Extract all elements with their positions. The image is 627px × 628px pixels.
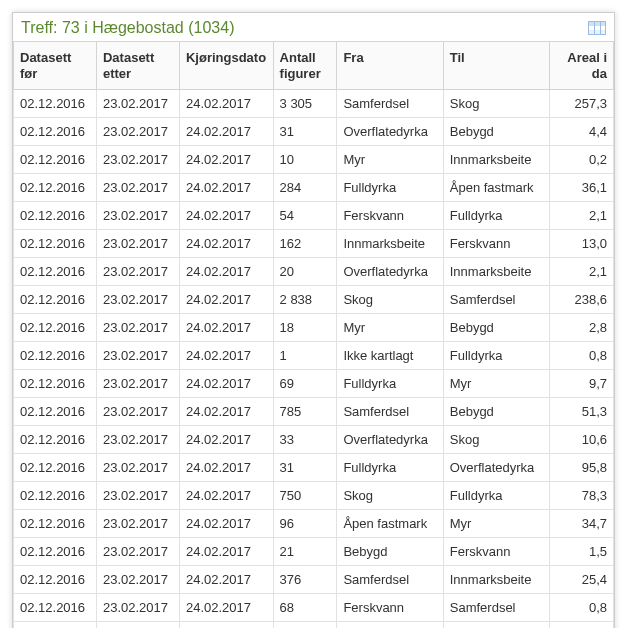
column-header-datasett_etter[interactable]: Datasett etter	[96, 42, 179, 90]
cell-antall_figurer: 68	[273, 594, 337, 622]
cell-til: Innmarksbeite	[443, 146, 549, 174]
table-row[interactable]: 02.12.201623.02.201724.02.2017162Innmark…	[14, 230, 614, 258]
cell-antall_figurer: 200	[273, 622, 337, 628]
table-row[interactable]: 02.12.201623.02.201724.02.2017200MyrSkog…	[14, 622, 614, 628]
cell-datasett_for: 02.12.2016	[14, 622, 97, 628]
cell-datasett_for: 02.12.2016	[14, 90, 97, 118]
table-row[interactable]: 02.12.201623.02.201724.02.201720Overflat…	[14, 258, 614, 286]
cell-fra: Fulldyrka	[337, 454, 443, 482]
cell-til: Fulldyrka	[443, 202, 549, 230]
cell-areal_i_da: 10,6	[550, 426, 614, 454]
cell-til: Fulldyrka	[443, 342, 549, 370]
cell-til: Bebygd	[443, 314, 549, 342]
cell-datasett_etter: 23.02.2017	[96, 174, 179, 202]
cell-fra: Fulldyrka	[337, 174, 443, 202]
cell-kjoringsdato: 24.02.2017	[179, 510, 273, 538]
cell-kjoringsdato: 24.02.2017	[179, 594, 273, 622]
cell-antall_figurer: 69	[273, 370, 337, 398]
cell-til: Bebygd	[443, 118, 549, 146]
results-panel: Treff: 73 i Hægebostad (1034) Datasett f…	[12, 12, 615, 628]
table-row[interactable]: 02.12.201623.02.201724.02.2017284Fulldyr…	[14, 174, 614, 202]
table-row[interactable]: 02.12.201623.02.201724.02.2017785Samferd…	[14, 398, 614, 426]
column-header-datasett_for[interactable]: Datasett før	[14, 42, 97, 90]
cell-fra: Innmarksbeite	[337, 230, 443, 258]
cell-kjoringsdato: 24.02.2017	[179, 454, 273, 482]
cell-til: Myr	[443, 510, 549, 538]
table-row[interactable]: 02.12.201623.02.201724.02.20171Ikke kart…	[14, 342, 614, 370]
cell-datasett_etter: 23.02.2017	[96, 90, 179, 118]
cell-datasett_etter: 23.02.2017	[96, 342, 179, 370]
table-row[interactable]: 02.12.201623.02.201724.02.2017376Samferd…	[14, 566, 614, 594]
cell-datasett_for: 02.12.2016	[14, 482, 97, 510]
cell-fra: Åpen fastmark	[337, 510, 443, 538]
cell-datasett_for: 02.12.2016	[14, 202, 97, 230]
cell-antall_figurer: 750	[273, 482, 337, 510]
cell-til: Samferdsel	[443, 286, 549, 314]
cell-areal_i_da: 95,8	[550, 454, 614, 482]
cell-datasett_etter: 23.02.2017	[96, 398, 179, 426]
cell-fra: Ferskvann	[337, 594, 443, 622]
cell-fra: Myr	[337, 314, 443, 342]
cell-til: Ferskvann	[443, 230, 549, 258]
column-header-til[interactable]: Til	[443, 42, 549, 90]
cell-datasett_etter: 23.02.2017	[96, 482, 179, 510]
cell-fra: Samferdsel	[337, 566, 443, 594]
cell-antall_figurer: 21	[273, 538, 337, 566]
table-row[interactable]: 02.12.201623.02.201724.02.20172 838SkogS…	[14, 286, 614, 314]
panel-header: Treff: 73 i Hægebostad (1034)	[13, 13, 614, 41]
cell-antall_figurer: 20	[273, 258, 337, 286]
cell-datasett_etter: 23.02.2017	[96, 258, 179, 286]
cell-antall_figurer: 18	[273, 314, 337, 342]
cell-til: Overflatedyrka	[443, 454, 549, 482]
cell-kjoringsdato: 24.02.2017	[179, 342, 273, 370]
cell-kjoringsdato: 24.02.2017	[179, 90, 273, 118]
cell-datasett_for: 02.12.2016	[14, 286, 97, 314]
cell-antall_figurer: 162	[273, 230, 337, 258]
table-row[interactable]: 02.12.201623.02.201724.02.201769Fulldyrk…	[14, 370, 614, 398]
table-row[interactable]: 02.12.201623.02.201724.02.201733Overflat…	[14, 426, 614, 454]
cell-fra: Skog	[337, 286, 443, 314]
table-row[interactable]: 02.12.201623.02.201724.02.201710MyrInnma…	[14, 146, 614, 174]
column-header-fra[interactable]: Fra	[337, 42, 443, 90]
table-row[interactable]: 02.12.201623.02.201724.02.201768Ferskvan…	[14, 594, 614, 622]
cell-fra: Samferdsel	[337, 398, 443, 426]
cell-fra: Myr	[337, 622, 443, 628]
cell-datasett_etter: 23.02.2017	[96, 118, 179, 146]
cell-datasett_for: 02.12.2016	[14, 594, 97, 622]
cell-kjoringsdato: 24.02.2017	[179, 314, 273, 342]
cell-til: Samferdsel	[443, 594, 549, 622]
cell-til: Innmarksbeite	[443, 258, 549, 286]
cell-antall_figurer: 376	[273, 566, 337, 594]
cell-datasett_for: 02.12.2016	[14, 370, 97, 398]
cell-datasett_etter: 23.02.2017	[96, 622, 179, 628]
cell-datasett_for: 02.12.2016	[14, 118, 97, 146]
cell-kjoringsdato: 24.02.2017	[179, 398, 273, 426]
table-row[interactable]: 02.12.201623.02.201724.02.201754Ferskvan…	[14, 202, 614, 230]
column-header-antall_figurer[interactable]: Antall figurer	[273, 42, 337, 90]
cell-datasett_etter: 23.02.2017	[96, 314, 179, 342]
table-row[interactable]: 02.12.201623.02.201724.02.201718MyrBebyg…	[14, 314, 614, 342]
cell-areal_i_da: 13,0	[550, 230, 614, 258]
table-row[interactable]: 02.12.201623.02.201724.02.201731Fulldyrk…	[14, 454, 614, 482]
cell-kjoringsdato: 24.02.2017	[179, 482, 273, 510]
column-header-kjoringsdato[interactable]: Kjøringsdato	[179, 42, 273, 90]
cell-datasett_for: 02.12.2016	[14, 314, 97, 342]
cell-datasett_etter: 23.02.2017	[96, 566, 179, 594]
column-header-areal_i_da[interactable]: Areal i da	[550, 42, 614, 90]
table-icon[interactable]	[588, 21, 606, 35]
table-body: 02.12.201623.02.201724.02.20173 305Samfe…	[14, 90, 614, 628]
table-row[interactable]: 02.12.201623.02.201724.02.201796Åpen fas…	[14, 510, 614, 538]
table-row[interactable]: 02.12.201623.02.201724.02.2017750SkogFul…	[14, 482, 614, 510]
cell-areal_i_da: 0,8	[550, 594, 614, 622]
cell-areal_i_da: 25,4	[550, 566, 614, 594]
cell-datasett_etter: 23.02.2017	[96, 426, 179, 454]
cell-areal_i_da: 1,5	[550, 538, 614, 566]
cell-areal_i_da: 238,6	[550, 286, 614, 314]
cell-kjoringsdato: 24.02.2017	[179, 230, 273, 258]
cell-kjoringsdato: 24.02.2017	[179, 426, 273, 454]
cell-fra: Skog	[337, 482, 443, 510]
table-row[interactable]: 02.12.201623.02.201724.02.201721BebygdFe…	[14, 538, 614, 566]
cell-kjoringsdato: 24.02.2017	[179, 202, 273, 230]
table-row[interactable]: 02.12.201623.02.201724.02.201731Overflat…	[14, 118, 614, 146]
table-row[interactable]: 02.12.201623.02.201724.02.20173 305Samfe…	[14, 90, 614, 118]
